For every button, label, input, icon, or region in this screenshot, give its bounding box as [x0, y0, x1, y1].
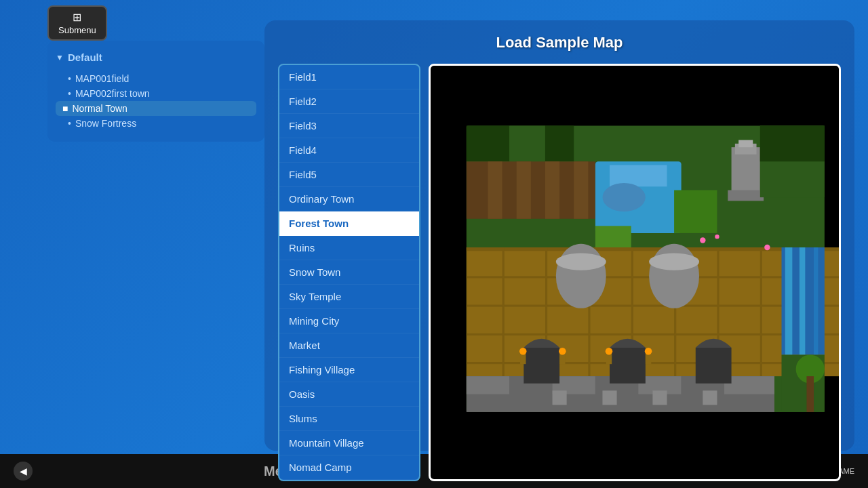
svg-rect-33: [760, 247, 762, 376]
submenu-button[interactable]: ⊞ Submenu: [47, 5, 107, 41]
svg-rect-70: [703, 390, 717, 405]
modal-title: Load Sample Map: [496, 34, 623, 52]
sidebar: Default MAP001fieldMAP002first townNorma…: [47, 41, 264, 142]
svg-point-52: [559, 348, 566, 355]
svg-rect-59: [800, 247, 805, 354]
svg-rect-7: [517, 161, 531, 218]
svg-point-50: [519, 348, 527, 355]
map-list-panel: Field1Field2Field3Field4Field5Ordinary T…: [278, 64, 420, 481]
svg-rect-45: [724, 376, 774, 394]
svg-point-54: [606, 348, 613, 355]
sidebar-item-map001[interactable]: MAP001field: [56, 71, 256, 86]
svg-rect-53: [606, 353, 612, 364]
sidebar-item-snow-fortress[interactable]: Snow Fortress: [56, 116, 256, 131]
list-item-field1[interactable]: Field1: [279, 65, 419, 89]
list-item-mountain-village[interactable]: Mountain Village: [279, 431, 419, 455]
sidebar-item-normal-town[interactable]: Normal Town: [56, 101, 256, 116]
svg-point-56: [645, 348, 652, 355]
submenu-label: Submenu: [58, 25, 96, 35]
svg-rect-68: [602, 390, 616, 405]
list-item-field5[interactable]: Field5: [279, 163, 419, 187]
list-item-snow-town[interactable]: Snow Town: [279, 260, 419, 285]
svg-rect-39: [467, 376, 509, 394]
list-item-forest-town[interactable]: Forest Town: [279, 211, 419, 236]
list-item-mining-city[interactable]: Mining City: [279, 309, 419, 333]
svg-point-37: [649, 253, 699, 270]
svg-rect-27: [502, 247, 505, 376]
svg-rect-14: [674, 190, 717, 233]
svg-rect-9: [574, 161, 588, 218]
back-button[interactable]: ◀: [14, 462, 33, 481]
list-item-slums[interactable]: Slums: [279, 407, 419, 431]
modal-body: Field1Field2Field3Field4Field5Ordinary T…: [278, 64, 841, 481]
list-item-ruins[interactable]: Ruins: [279, 236, 419, 260]
map-preview-svg: [431, 66, 839, 479]
svg-rect-58: [785, 247, 793, 354]
list-item-market[interactable]: Market: [279, 333, 419, 358]
svg-rect-47: [610, 348, 646, 384]
modal-list: Field1Field2Field3Field4Field5Ordinary T…: [279, 65, 419, 480]
sidebar-item-map002[interactable]: MAP002first town: [56, 86, 256, 101]
svg-rect-55: [646, 353, 651, 364]
svg-rect-67: [553, 390, 567, 405]
svg-rect-46: [524, 348, 559, 384]
svg-rect-48: [696, 348, 732, 384]
svg-rect-6: [488, 161, 502, 218]
svg-rect-17: [738, 140, 753, 148]
sidebar-items-list: MAP001fieldMAP002first townNormal TownSn…: [56, 71, 256, 131]
svg-rect-51: [559, 353, 565, 364]
list-item-field4[interactable]: Field4: [279, 138, 419, 163]
list-item-oasis[interactable]: Oasis: [279, 382, 419, 407]
svg-rect-60: [814, 247, 818, 354]
sidebar-group-title: Default: [56, 52, 256, 63]
list-item-field3[interactable]: Field3: [279, 114, 419, 138]
svg-rect-4: [545, 125, 574, 161]
svg-rect-11: [610, 165, 667, 187]
map-preview-panel: [429, 64, 841, 481]
list-item-sky-temple[interactable]: Sky Temple: [279, 285, 419, 309]
svg-rect-3: [509, 125, 545, 161]
list-item-field2[interactable]: Field2: [279, 89, 419, 114]
svg-rect-18: [728, 190, 764, 201]
svg-rect-2: [467, 125, 509, 161]
svg-point-35: [556, 253, 606, 270]
svg-rect-15: [732, 147, 760, 197]
modal-overlay: Load Sample Map Field1Field2Field3Field4…: [264, 20, 854, 451]
svg-point-66: [764, 245, 770, 250]
svg-rect-20: [760, 125, 825, 161]
list-item-ordinary-town[interactable]: Ordinary Town: [279, 187, 419, 211]
svg-point-65: [715, 235, 719, 239]
svg-point-64: [700, 237, 705, 243]
svg-point-12: [602, 183, 645, 211]
list-item-nomad-camp[interactable]: Nomad Camp: [279, 455, 419, 480]
svg-rect-69: [652, 390, 667, 405]
svg-rect-49: [520, 353, 526, 364]
svg-rect-8: [545, 161, 559, 218]
list-item-fishing-village[interactable]: Fishing Village: [279, 358, 419, 382]
svg-rect-63: [806, 376, 814, 412]
submenu-icon: ⊞: [73, 11, 81, 24]
